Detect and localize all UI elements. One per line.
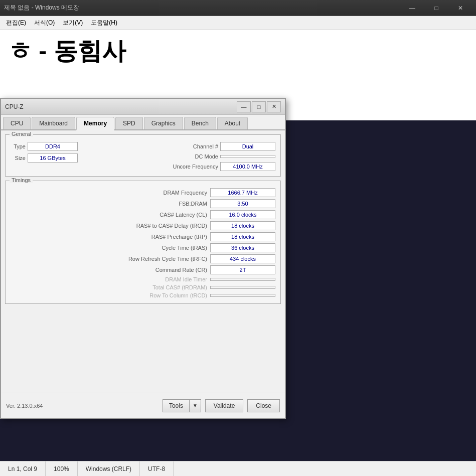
menu-edit[interactable]: 편집(E)	[2, 17, 30, 29]
status-bar: Ln 1, Col 9 100% Windows (CRLF) UTF-8	[0, 461, 476, 476]
cpuz-close-button[interactable]: ✕	[267, 101, 281, 112]
timing-row-3: RAS# to CAS# Delay (tRCD) 18 clocks	[11, 221, 275, 230]
type-label: Type	[11, 143, 26, 149]
dc-mode-value	[220, 155, 275, 158]
timing-row-5: Cycle Time (tRAS) 36 clocks	[11, 243, 275, 252]
size-label: Size	[11, 155, 26, 161]
cpuz-close-dialog-button[interactable]: Close	[247, 399, 280, 412]
timing-value-10	[210, 294, 275, 297]
timing-value-2: 16.0 clocks	[210, 210, 275, 219]
cpuz-title-text: CPU-Z	[5, 103, 237, 110]
timing-value-6: 434 clocks	[210, 254, 275, 263]
tab-mainboard[interactable]: Mainboard	[32, 117, 75, 129]
cpuz-minimize-button[interactable]: —	[237, 101, 251, 112]
timing-value-7: 2T	[210, 265, 275, 274]
cpuz-bottom-bar: Ver. 2.13.0.x64 Tools ▼ Validate Close	[1, 393, 285, 418]
uncore-row: Uncore Frequency 4100.0 MHz	[99, 162, 275, 171]
timing-row-2: CAS# Latency (CL) 16.0 clocks	[11, 210, 275, 219]
timings-section: Timings DRAM Frequency 1666.7 MHz FSB:DR…	[5, 181, 281, 304]
cpuz-tab-bar: CPU Mainboard Memory SPD Graphics Bench …	[1, 115, 285, 130]
dc-mode-row: DC Mode	[99, 153, 275, 160]
cpuz-version: Ver. 2.13.0.x64	[6, 403, 158, 409]
notepad-text: ㅎ - 동힘사	[8, 38, 126, 64]
tab-memory[interactable]: Memory	[76, 117, 114, 130]
notepad-menu-bar: 편집(E) 서식(O) 보기(V) 도움말(H)	[0, 16, 476, 30]
uncore-label: Uncore Frequency	[173, 164, 219, 170]
timing-value-8	[210, 278, 275, 281]
timings-section-title: Timings	[10, 177, 33, 183]
timing-label-0: DRAM Frequency	[11, 190, 207, 196]
tools-button-group: Tools ▼	[163, 399, 201, 412]
timing-row-7: Command Rate (CR) 2T	[11, 265, 275, 274]
timing-label-2: CAS# Latency (CL)	[11, 212, 207, 218]
size-value: 16 GBytes	[28, 153, 78, 163]
timing-label-9: Total CAS# (tRDRAM)	[11, 284, 207, 290]
status-encoding: Windows (CRLF)	[78, 461, 140, 476]
timing-value-4: 18 clocks	[210, 232, 275, 241]
timing-row-6: Row Refresh Cycle Time (tRFC) 434 clocks	[11, 254, 275, 263]
tab-graphics[interactable]: Graphics	[144, 117, 183, 129]
status-charset: UTF-8	[140, 461, 174, 476]
timing-label-1: FSB:DRAM	[11, 201, 207, 207]
general-section-title: General	[10, 131, 33, 137]
os-maximize-button[interactable]: □	[425, 0, 448, 16]
validate-button[interactable]: Validate	[205, 399, 243, 412]
timings-grid: DRAM Frequency 1666.7 MHz FSB:DRAM 3:50 …	[11, 185, 275, 298]
channel-label: Channel #	[193, 143, 218, 149]
status-zoom: 100%	[46, 461, 78, 476]
status-position: Ln 1, Col 9	[0, 461, 46, 476]
tools-button[interactable]: Tools	[163, 399, 189, 412]
cpuz-body: General Type DDR4 Size 16 GBytes	[1, 130, 285, 312]
channel-row: Channel # Dual	[99, 142, 275, 151]
dc-mode-label: DC Mode	[195, 153, 218, 160]
timing-label-6: Row Refresh Cycle Time (tRFC)	[11, 256, 207, 262]
timing-value-1: 3:50	[210, 199, 275, 208]
timing-label-10: Row To Column (tRCD)	[11, 292, 207, 298]
tab-bench[interactable]: Bench	[184, 117, 216, 129]
channel-value: Dual	[220, 142, 275, 151]
timing-value-3: 18 clocks	[210, 221, 275, 230]
tab-spd[interactable]: SPD	[115, 117, 143, 129]
menu-format[interactable]: 서식(O)	[30, 17, 59, 29]
type-row: Type DDR4	[11, 142, 91, 151]
timing-label-8: DRAM Idle Timer	[11, 276, 207, 282]
timing-value-0: 1666.7 MHz	[210, 188, 275, 197]
os-close-button[interactable]: ✕	[449, 0, 472, 16]
cpuz-window-controls: — □ ✕	[237, 101, 281, 112]
timing-row-9: Total CAS# (tRDRAM)	[11, 284, 275, 290]
menu-help[interactable]: 도움말(H)	[87, 17, 121, 29]
menu-view[interactable]: 보기(V)	[59, 17, 87, 29]
timing-value-5: 36 clocks	[210, 243, 275, 252]
timing-label-5: Cycle Time (tRAS)	[11, 245, 207, 251]
timing-row-10: Row To Column (tRCD)	[11, 292, 275, 298]
timing-label-7: Command Rate (CR)	[11, 267, 207, 273]
size-row: Size 16 GBytes	[11, 153, 91, 163]
cpuz-window: CPU-Z — □ ✕ CPU Mainboard Memory SPD Gra…	[0, 98, 286, 419]
timing-row-8: DRAM Idle Timer	[11, 276, 275, 282]
tab-about[interactable]: About	[217, 117, 248, 129]
timing-row-1: FSB:DRAM 3:50	[11, 199, 275, 208]
uncore-value: 4100.0 MHz	[220, 162, 275, 171]
timing-row-4: RAS# Precharge (tRP) 18 clocks	[11, 232, 275, 241]
cpuz-maximize-button[interactable]: □	[252, 101, 266, 112]
os-minimize-button[interactable]: —	[401, 0, 424, 16]
timing-label-3: RAS# to CAS# Delay (tRCD)	[11, 223, 207, 229]
general-section: General Type DDR4 Size 16 GBytes	[5, 134, 281, 177]
tab-cpu[interactable]: CPU	[3, 117, 31, 129]
timing-label-4: RAS# Precharge (tRP)	[11, 234, 207, 240]
os-title-bar: 제목 없음 - Windows 메모장 — □ ✕	[0, 0, 476, 16]
os-window-controls: — □ ✕	[401, 0, 472, 16]
timing-row-0: DRAM Frequency 1666.7 MHz	[11, 188, 275, 197]
timing-value-9	[210, 286, 275, 289]
type-value: DDR4	[28, 142, 78, 151]
os-app-title: 제목 없음 - Windows 메모장	[4, 4, 401, 12]
tools-dropdown-button[interactable]: ▼	[189, 399, 201, 412]
cpuz-title-bar: CPU-Z — □ ✕	[1, 99, 285, 115]
